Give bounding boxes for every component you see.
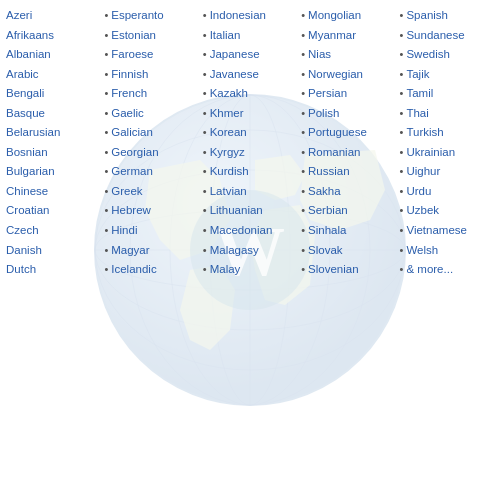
language-name[interactable]: Esperanto <box>111 6 163 26</box>
language-name[interactable]: Myanmar <box>308 26 356 46</box>
bullet-icon: • <box>301 84 305 103</box>
language-name[interactable]: Polish <box>308 104 339 124</box>
language-name[interactable]: Slovenian <box>308 260 359 280</box>
language-name[interactable]: Urdu <box>406 182 431 202</box>
language-name[interactable]: Estonian <box>111 26 156 46</box>
language-name[interactable]: Bosnian <box>6 143 48 163</box>
list-item: •Sundanese <box>398 26 496 46</box>
language-name[interactable]: Malay <box>210 260 241 280</box>
language-name[interactable]: Arabic <box>6 65 39 85</box>
language-name[interactable]: Spanish <box>406 6 448 26</box>
language-name[interactable]: Georgian <box>111 143 158 163</box>
language-name[interactable]: Czech <box>6 221 39 241</box>
bullet-icon: • <box>400 241 404 260</box>
language-name[interactable]: Kurdish <box>210 162 249 182</box>
language-name[interactable]: Basque <box>6 104 45 124</box>
list-item: Croatian <box>4 201 102 221</box>
bullet-icon: • <box>104 260 108 279</box>
language-name[interactable]: Vietnamese <box>406 221 467 241</box>
list-item: •Icelandic <box>102 260 200 280</box>
bullet-icon: • <box>301 26 305 45</box>
language-name[interactable]: Belarusian <box>6 123 60 143</box>
language-name[interactable]: Nias <box>308 45 331 65</box>
language-name[interactable]: Galician <box>111 123 153 143</box>
language-name[interactable]: Croatian <box>6 201 49 221</box>
language-name[interactable]: Thai <box>406 104 428 124</box>
language-name[interactable]: Sinhala <box>308 221 346 241</box>
bullet-icon: • <box>301 182 305 201</box>
language-name[interactable]: Russian <box>308 162 350 182</box>
language-name[interactable]: Icelandic <box>111 260 156 280</box>
language-name[interactable]: Mongolian <box>308 6 361 26</box>
language-name[interactable]: Lithuanian <box>210 201 263 221</box>
language-name[interactable]: Hebrew <box>111 201 151 221</box>
language-name[interactable]: Greek <box>111 182 142 202</box>
list-item: •Uighur <box>398 162 496 182</box>
language-name[interactable]: Tamil <box>406 84 433 104</box>
language-name[interactable]: Hindi <box>111 221 137 241</box>
language-name[interactable]: Uighur <box>406 162 440 182</box>
language-name[interactable]: French <box>111 84 147 104</box>
language-name[interactable]: Bengali <box>6 84 44 104</box>
language-name[interactable]: Dutch <box>6 260 36 280</box>
language-name[interactable]: Slovak <box>308 241 343 261</box>
list-item: •Romanian <box>299 143 397 163</box>
bullet-icon: • <box>203 182 207 201</box>
bullet-icon: • <box>301 104 305 123</box>
bullet-icon: • <box>301 221 305 240</box>
list-item: •Mongolian <box>299 6 397 26</box>
language-name[interactable]: Turkish <box>406 123 443 143</box>
language-name[interactable]: Portuguese <box>308 123 367 143</box>
language-name[interactable]: Persian <box>308 84 347 104</box>
list-item: •& more... <box>398 260 496 280</box>
language-name[interactable]: Javanese <box>210 65 259 85</box>
language-name[interactable]: Ukrainian <box>406 143 455 163</box>
bullet-icon: • <box>203 201 207 220</box>
list-item: •Slovenian <box>299 260 397 280</box>
language-name[interactable]: Indonesian <box>210 6 266 26</box>
bullet-icon: • <box>104 201 108 220</box>
bullet-icon: • <box>203 6 207 25</box>
language-name[interactable]: Afrikaans <box>6 26 54 46</box>
language-name[interactable]: Khmer <box>210 104 244 124</box>
language-name[interactable]: Danish <box>6 241 42 261</box>
bullet-icon: • <box>203 104 207 123</box>
list-item: •Javanese <box>201 65 299 85</box>
bullet-icon: • <box>203 221 207 240</box>
language-name[interactable]: Kazakh <box>210 84 248 104</box>
list-item: Chinese <box>4 182 102 202</box>
language-name[interactable]: Albanian <box>6 45 51 65</box>
language-name[interactable]: Japanese <box>210 45 260 65</box>
language-name[interactable]: Romanian <box>308 143 360 163</box>
language-name[interactable]: Serbian <box>308 201 348 221</box>
language-name[interactable]: Norwegian <box>308 65 363 85</box>
list-item: •German <box>102 162 200 182</box>
language-name[interactable]: Malagasy <box>210 241 259 261</box>
language-name[interactable]: & more... <box>406 260 453 280</box>
language-name[interactable]: Welsh <box>406 241 438 261</box>
list-item: •Kyrgyz <box>201 143 299 163</box>
list-item: Bulgarian <box>4 162 102 182</box>
bullet-icon: • <box>400 182 404 201</box>
language-name[interactable]: German <box>111 162 153 182</box>
language-name[interactable]: Sakha <box>308 182 341 202</box>
language-name[interactable]: Bulgarian <box>6 162 55 182</box>
language-name[interactable]: Latvian <box>210 182 247 202</box>
language-name[interactable]: Tajik <box>406 65 429 85</box>
language-name[interactable]: Korean <box>210 123 247 143</box>
language-name[interactable]: Swedish <box>406 45 449 65</box>
language-name[interactable]: Chinese <box>6 182 48 202</box>
bullet-icon: • <box>400 6 404 25</box>
language-name[interactable]: Kyrgyz <box>210 143 245 163</box>
language-name[interactable]: Finnish <box>111 65 148 85</box>
language-name[interactable]: Sundanese <box>406 26 464 46</box>
list-item: •Kurdish <box>201 162 299 182</box>
bullet-icon: • <box>104 104 108 123</box>
language-name[interactable]: Magyar <box>111 241 149 261</box>
language-name[interactable]: Azeri <box>6 6 32 26</box>
language-name[interactable]: Italian <box>210 26 241 46</box>
language-name[interactable]: Macedonian <box>210 221 273 241</box>
language-name[interactable]: Uzbek <box>406 201 439 221</box>
language-name[interactable]: Gaelic <box>111 104 144 124</box>
language-name[interactable]: Faroese <box>111 45 153 65</box>
